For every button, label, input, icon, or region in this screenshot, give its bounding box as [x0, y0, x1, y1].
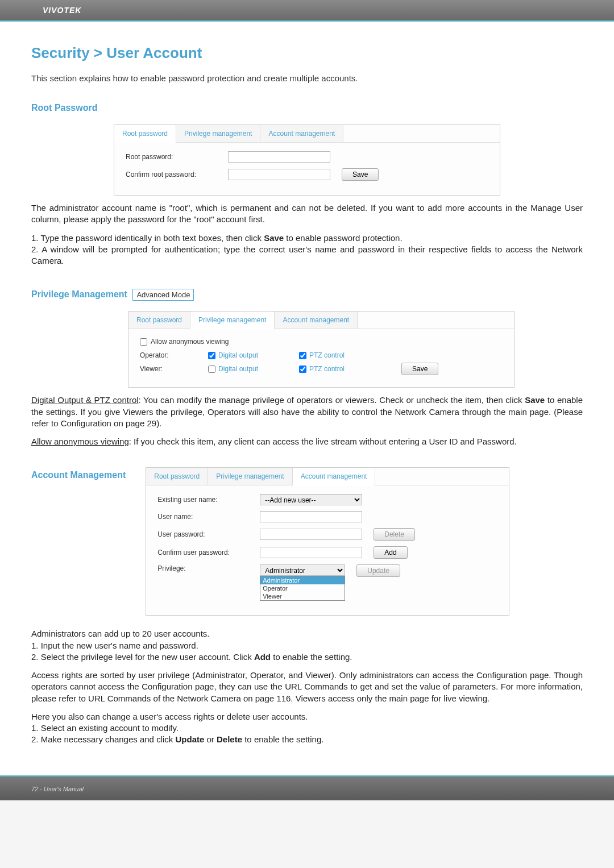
- tab-account-management-2[interactable]: Account management: [275, 312, 358, 329]
- account-body: Existing user name: --Add new user-- Use…: [146, 485, 509, 615]
- allow-anonymous-checkbox[interactable]: [140, 338, 147, 346]
- confirm-root-password-label: Confirm root password:: [126, 171, 228, 178]
- intro-text: This section explains how to enable pass…: [31, 73, 583, 83]
- advanced-mode-badge: Advanced Mode: [132, 289, 194, 301]
- root-password-explain: The administrator account name is "root"…: [31, 202, 583, 226]
- viewer-label: Viewer:: [140, 365, 208, 373]
- section-privilege-management: Privilege Management: [31, 289, 127, 300]
- ptz-control-label-2: PTZ control: [309, 365, 345, 373]
- tab-account-management-3[interactable]: Account management: [293, 468, 376, 485]
- priv-explain-2: Allow anonymous viewing: If you check th…: [31, 436, 583, 447]
- digital-output-label-2: Digital output: [218, 365, 258, 373]
- privilege-panel: Root password Privilege management Accou…: [128, 311, 515, 388]
- acct-explain-2: Access rights are sorted by user privile…: [31, 670, 583, 704]
- existing-user-label: Existing user name:: [157, 496, 260, 504]
- tab-root-password-3[interactable]: Root password: [146, 468, 208, 485]
- tab-privilege-management-2[interactable]: Privilege management: [190, 312, 275, 329]
- digital-output-label: Digital output: [218, 351, 258, 359]
- operator-digital-output-checkbox[interactable]: [208, 352, 215, 359]
- priv-explain-1: Digital Output & PTZ control: You can mo…: [31, 394, 583, 429]
- root-password-label: Root password:: [126, 153, 228, 161]
- user-name-label: User name:: [157, 513, 260, 521]
- delete-button[interactable]: Delete: [374, 528, 415, 541]
- user-password-label: User password:: [157, 530, 260, 538]
- user-name-input[interactable]: [260, 511, 362, 522]
- operator-label: Operator:: [140, 351, 208, 359]
- privilege-option-operator[interactable]: Operator: [260, 584, 345, 592]
- root-password-input[interactable]: [228, 151, 330, 163]
- update-button[interactable]: Update: [356, 564, 400, 577]
- brand-logo: VIVOTEK: [0, 0, 614, 15]
- acct-explain-3: Here you also can change a user's access…: [31, 711, 583, 746]
- acct-explain-1: Administrators can add up to 20 user acc…: [31, 628, 583, 663]
- tab-privilege-management[interactable]: Privilege management: [176, 125, 260, 142]
- tabs-account: Root password Privilege management Accou…: [146, 468, 509, 485]
- tabs-root: Root password Privilege management Accou…: [114, 125, 500, 143]
- root-password-steps: 1. Type the password identically in both…: [31, 232, 583, 267]
- section-account-management: Account Management: [31, 470, 126, 480]
- tab-root-password-2[interactable]: Root password: [128, 312, 190, 329]
- existing-user-select[interactable]: --Add new user--: [260, 494, 362, 505]
- user-password-input[interactable]: [260, 529, 362, 540]
- privilege-dropdown-open[interactable]: Administrator Operator Viewer: [260, 576, 345, 601]
- privilege-body: Allow anonymous viewing Operator: Digita…: [128, 329, 514, 387]
- privilege-select[interactable]: Administrator: [260, 564, 345, 576]
- privilege-label: Privilege:: [157, 564, 260, 572]
- tab-privilege-management-3[interactable]: Privilege management: [208, 468, 292, 485]
- page-content: Security > User Account This section exp…: [0, 22, 614, 775]
- viewer-digital-output-checkbox[interactable]: [208, 366, 215, 373]
- allow-anonymous-label: Allow anonymous viewing: [151, 338, 229, 346]
- add-button[interactable]: Add: [374, 546, 407, 559]
- confirm-root-password-input[interactable]: [228, 169, 330, 180]
- page-title: Security > User Account: [31, 44, 583, 62]
- viewer-ptz-checkbox[interactable]: [299, 366, 306, 373]
- footer-bar: 72 - User's Manual: [0, 775, 614, 800]
- section-root-password: Root Password: [31, 103, 97, 113]
- root-password-body: Root password: Confirm root password: Sa…: [114, 143, 500, 195]
- tab-root-password[interactable]: Root password: [114, 125, 176, 143]
- privilege-option-viewer[interactable]: Viewer: [260, 592, 345, 600]
- account-panel: Root password Privilege management Accou…: [146, 467, 509, 616]
- operator-ptz-checkbox[interactable]: [299, 352, 306, 359]
- confirm-user-password-input[interactable]: [260, 547, 362, 558]
- privilege-option-administrator[interactable]: Administrator: [260, 576, 345, 584]
- save-button[interactable]: Save: [342, 168, 379, 181]
- header-bar: VIVOTEK: [0, 0, 614, 22]
- tab-account-management[interactable]: Account management: [260, 125, 343, 142]
- confirm-user-password-label: Confirm user password:: [157, 549, 260, 556]
- footer-page-number: 72 - User's Manual: [31, 786, 84, 792]
- root-password-panel: Root password Privilege management Accou…: [114, 124, 500, 196]
- tabs-privilege: Root password Privilege management Accou…: [128, 312, 514, 329]
- ptz-control-label: PTZ control: [309, 351, 345, 359]
- save-button-priv[interactable]: Save: [401, 363, 438, 375]
